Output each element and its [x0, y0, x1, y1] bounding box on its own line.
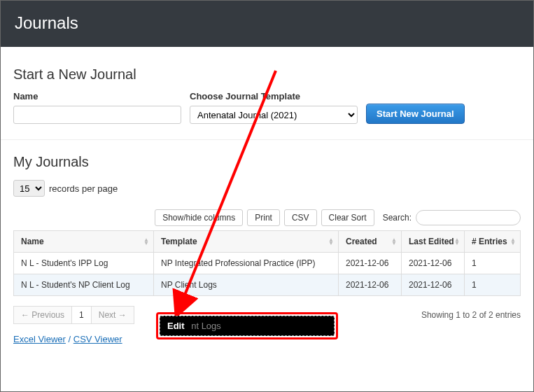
records-per-page-select[interactable]: 15	[13, 180, 45, 197]
col-created[interactable]: Created▲▼	[339, 231, 402, 253]
csv-viewer-link[interactable]: CSV Viewer	[73, 334, 122, 344]
journal-name-label: Name	[13, 91, 181, 102]
edit-tooltip-sub: nt Logs	[191, 321, 221, 331]
start-journal-heading: Start a New Journal	[13, 66, 521, 83]
cell-last-edited: 2021-12-06	[402, 274, 465, 296]
showing-entries-text: Showing 1 to 2 of 2 entries	[421, 310, 521, 320]
cell-created: 2021-12-06	[339, 253, 402, 274]
search-input[interactable]	[416, 210, 521, 225]
csv-button[interactable]: CSV	[284, 209, 317, 226]
next-page-button[interactable]: Next →	[92, 306, 134, 324]
page-title: Journals	[15, 13, 519, 33]
col-name[interactable]: Name▲▼	[14, 231, 154, 253]
cell-template: NP Client Logs	[154, 274, 339, 296]
sort-icon: ▲▼	[510, 238, 516, 245]
journals-table: Name▲▼ Template▲▼ Created▲▼ Last Edited▲…	[13, 230, 521, 296]
print-button[interactable]: Print	[247, 209, 280, 226]
sort-icon: ▲▼	[143, 238, 149, 245]
journal-template-select[interactable]: Antenatal Journal (2021)	[190, 106, 358, 124]
cell-name: N L - Student's IPP Log	[14, 253, 154, 274]
journal-name-input[interactable]	[13, 106, 181, 124]
page-header: Journals	[1, 1, 533, 47]
search-label: Search:	[383, 213, 412, 223]
cell-entries: 1	[465, 274, 521, 296]
link-separator: /	[69, 334, 73, 344]
my-journals-heading: My Journals	[13, 154, 521, 170]
table-row[interactable]: N L - Student's NP Client Log NP Client …	[14, 274, 521, 296]
table-row[interactable]: N L - Student's IPP Log NP Integrated Pr…	[14, 253, 521, 274]
excel-viewer-link[interactable]: Excel Viewer	[13, 334, 66, 344]
sort-icon: ▲▼	[391, 238, 397, 245]
sort-icon: ▲▼	[454, 238, 460, 245]
start-new-journal-button[interactable]: Start New Journal	[366, 104, 465, 124]
cell-entries: 1	[465, 253, 521, 274]
clear-sort-button[interactable]: Clear Sort	[321, 209, 374, 226]
section-divider	[1, 139, 533, 140]
edit-tooltip-label[interactable]: Edit	[167, 321, 185, 331]
show-hide-columns-button[interactable]: Show/hide columns	[155, 209, 243, 226]
cell-template: NP Integrated Professional Practice (IPP…	[154, 253, 339, 274]
journal-template-label: Choose Journal Template	[190, 91, 358, 102]
page-1-button[interactable]: 1	[72, 306, 92, 324]
col-entries[interactable]: # Entries▲▼	[465, 231, 521, 253]
col-last-edited[interactable]: Last Edited▲▼	[402, 231, 465, 253]
cell-name: N L - Student's NP Client Log	[14, 274, 154, 296]
pagination: ← Previous 1 Next →	[13, 306, 134, 324]
records-per-page-label: records per page	[49, 183, 118, 194]
sort-icon: ▲▼	[328, 238, 334, 245]
col-template[interactable]: Template▲▼	[154, 231, 339, 253]
cell-created: 2021-12-06	[339, 274, 402, 296]
edit-tooltip: Edit nt Logs	[156, 312, 338, 340]
prev-page-button[interactable]: ← Previous	[13, 306, 72, 324]
cell-last-edited: 2021-12-06	[402, 253, 465, 274]
